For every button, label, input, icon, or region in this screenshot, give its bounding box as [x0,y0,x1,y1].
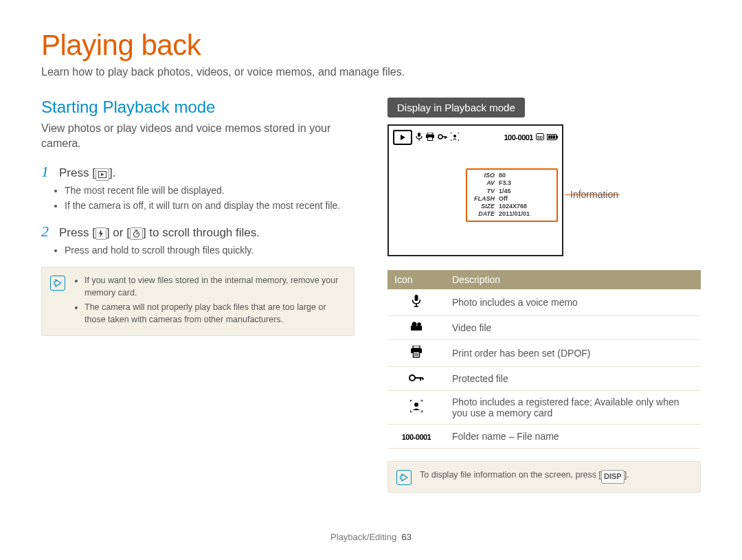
table-row: Protected file [387,367,701,391]
section-heading: Starting Playback mode [41,98,355,117]
svg-rect-32 [414,352,420,357]
key-icon [438,133,447,142]
screen-topbar: 100-0001 SD [393,130,558,145]
row-desc: Video file [445,316,701,340]
svg-marker-1 [101,173,104,177]
svg-text:SD: SD [537,135,543,139]
th-desc: Description [445,270,701,289]
step-number: 1 [41,163,52,181]
table-row: Video file [387,316,701,340]
step-2-bullets: Press and hold to scroll through files q… [65,243,355,257]
row-desc: Folder name – File name [445,425,701,449]
svg-point-28 [417,322,421,326]
mic-icon [416,133,423,142]
step-1: 1 Press [ ]. The most recent file will b… [41,163,355,213]
svg-point-35 [409,375,415,381]
step-1-text: Press [ ]. [59,166,115,181]
note-box: If you want to view files stored in the … [41,267,355,336]
bullet: The most recent file will be displayed. [65,183,355,197]
video-icon [387,316,445,340]
footer-section: Playback/Editing [330,532,396,542]
note-icon [50,276,65,291]
svg-marker-2 [99,229,103,238]
print-icon [387,340,445,367]
table-row: Photo includes a voice memo [387,289,701,316]
display-pill: Display in Playback mode [387,98,525,117]
sd-icon: SD [536,133,544,142]
svg-rect-29 [411,326,422,331]
playback-button-icon [95,168,109,181]
note-list: If you want to view files stored in the … [74,274,344,328]
page-title: Playing back [41,29,701,62]
bullet: If the camera is off, it will turn on an… [65,199,355,212]
svg-rect-23 [553,135,555,139]
row-desc: Protected file [445,367,701,391]
folder-file-label: 100-0001 [387,425,445,449]
svg-rect-7 [418,133,420,137]
th-icon: Icon [387,270,445,289]
svg-point-39 [414,403,418,407]
bullet: Press and hold to scroll through files q… [65,243,355,257]
step-number: 2 [41,223,52,240]
footer-page: 63 [401,532,411,542]
svg-rect-9 [427,133,433,135]
timer-icon [130,227,143,240]
step-1-bullets: The most recent file will be displayed. … [65,183,355,213]
row-desc: Photo includes a registered face; Availa… [445,391,701,425]
table-row: Photo includes a registered face; Availa… [387,391,701,425]
step-2-text: Press [ ] or [ ] to scroll through files… [59,226,260,240]
info-box: ISO80 AVF3.3 TV1/45 FLASHOff SIZE1024X76… [466,168,558,222]
svg-rect-30 [413,346,420,348]
step-2: 2 Press [ ] or [ ] to scroll through fil… [41,223,355,257]
row-desc: Print order has been set (DPOF) [445,340,701,367]
svg-rect-11 [428,137,433,141]
file-number: 100-0001 [504,133,534,142]
svg-point-16 [453,135,456,137]
svg-rect-24 [415,295,418,301]
svg-rect-22 [551,135,553,139]
icon-description-table: Icon Description Photo includes a voice … [387,270,701,449]
playback-mode-icon [393,130,412,145]
note-text: To display file information on the scree… [420,469,629,484]
page-intro: Learn how to play back photos, videos, o… [41,66,701,78]
page-footer: Playback/Editing 63 [0,532,742,542]
face-icon [451,133,459,142]
disp-button-icon: DISP [601,470,625,484]
right-column: Display in Playback mode [387,98,701,493]
svg-marker-6 [401,135,405,140]
svg-point-12 [438,135,442,139]
svg-line-4 [136,233,137,234]
lcd-screen: 100-0001 SD ISO80 AVF3.3 TV1/45 FLASHOff… [387,124,563,256]
section-description: View photos or play videos and voice mem… [41,121,355,150]
svg-rect-20 [556,135,558,138]
flash-icon [95,227,106,240]
battery-icon [547,134,558,142]
callout-label: Information [570,189,618,200]
face-icon [387,391,445,425]
note-item: If you want to view files stored in the … [85,274,344,299]
table-row: Print order has been set (DPOF) [387,340,701,367]
row-desc: Photo includes a voice memo [445,289,701,316]
svg-rect-21 [548,135,550,139]
svg-rect-5 [135,229,137,231]
table-row: 100-0001 Folder name – File name [387,425,701,449]
screen-wrap: 100-0001 SD ISO80 AVF3.3 TV1/45 FLASHOff… [387,124,701,256]
left-column: Starting Playback mode View photos or pl… [41,98,355,336]
note-box-2: To display file information on the scree… [387,461,701,493]
mic-icon [387,289,445,316]
note-icon [396,470,412,485]
key-icon [387,367,445,391]
print-icon [426,133,434,142]
note-item: The camera will not properly play back f… [85,301,344,326]
